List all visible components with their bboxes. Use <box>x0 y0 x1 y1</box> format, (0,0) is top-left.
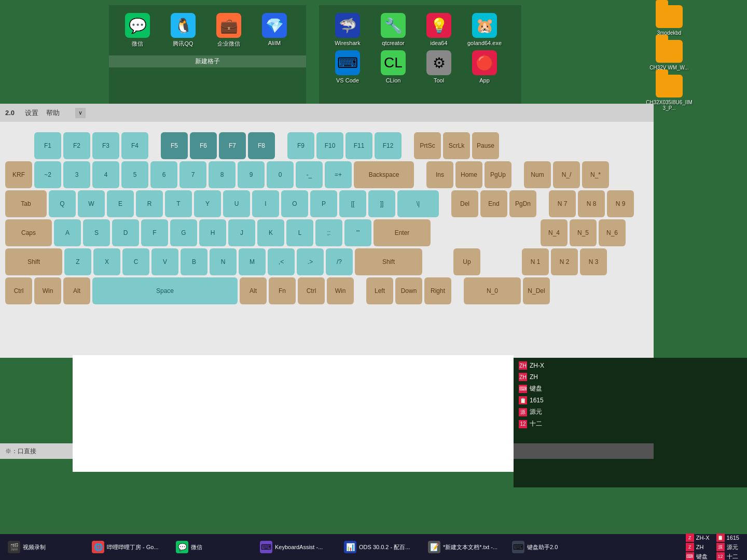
key-j[interactable]: J <box>228 219 255 246</box>
desktop-icon-qq[interactable]: 🐧 腾讯QQ <box>162 13 204 48</box>
key-backslash[interactable]: \| <box>397 190 439 217</box>
key-krf[interactable]: KRF <box>5 161 32 188</box>
desktop-icon-wireshark[interactable]: 🦈 Wireshark <box>327 13 368 46</box>
key-alt-left[interactable]: Alt <box>63 277 90 304</box>
key-down[interactable]: Down <box>395 277 422 304</box>
key-f6[interactable]: F6 <box>190 132 217 159</box>
key-f5[interactable]: F5 <box>161 132 188 159</box>
key-ins[interactable]: Ins <box>426 161 453 188</box>
key-period[interactable]: .> <box>297 248 324 275</box>
key-4[interactable]: 4 <box>92 161 119 188</box>
key-d[interactable]: D <box>112 219 139 246</box>
key-8[interactable]: 8 <box>209 161 236 188</box>
key-r[interactable]: R <box>136 190 163 217</box>
key-t[interactable]: T <box>165 190 192 217</box>
key-f1[interactable]: F1 <box>34 132 61 159</box>
key-z[interactable]: Z <box>64 248 91 275</box>
taskbar-keyboard-assist[interactable]: ⌨ KeyboardAssist -... <box>255 537 338 557</box>
tray-item-zh[interactable]: Z ZH <box>686 543 710 551</box>
key-f12[interactable]: F12 <box>375 132 402 159</box>
key-tab[interactable]: Tab <box>5 190 47 217</box>
key-prtsc[interactable]: PrtSc <box>414 132 441 159</box>
desktop-icon-qtcreator[interactable]: 🔧 qtcreator <box>372 13 414 46</box>
taskbar-keyboard-helper[interactable]: ⌨ 键盘助手2.0 <box>507 537 590 557</box>
taskbar-notepad[interactable]: 📝 *新建文本文档*.txt -... <box>423 537 506 557</box>
key-n3[interactable]: N 3 <box>580 248 607 275</box>
tray-item-keyboard[interactable]: ⌨ 键盘 <box>686 552 710 560</box>
key-space[interactable]: Space <box>92 277 238 304</box>
menu-settings[interactable]: 设置 <box>25 108 38 118</box>
key-w[interactable]: W <box>78 190 105 217</box>
list-item-zh[interactable]: ZH ZH <box>516 372 744 382</box>
key-o[interactable]: O <box>281 190 308 217</box>
key-f10[interactable]: F10 <box>316 132 343 159</box>
desktop-icon-tool1[interactable]: ⚙ Tool <box>418 50 460 83</box>
key-n8[interactable]: N 8 <box>578 190 605 217</box>
key-n1[interactable]: N 1 <box>522 248 549 275</box>
list-item-1615[interactable]: 📋 1615 <box>516 395 744 405</box>
list-item-zhx[interactable]: ZH ZH-X <box>516 360 744 371</box>
key-n[interactable]: N <box>210 248 237 275</box>
key-pause[interactable]: Pause <box>472 132 499 159</box>
key-semicolon[interactable]: ;: <box>315 219 342 246</box>
key-backspace[interactable]: Backspace <box>354 161 414 188</box>
key-enter[interactable]: Enter <box>374 219 431 246</box>
key-fn[interactable]: Fn <box>269 277 296 304</box>
key-n0[interactable]: N_0 <box>464 277 521 304</box>
key-v[interactable]: V <box>151 248 178 275</box>
key-l[interactable]: L <box>286 219 313 246</box>
key-caps[interactable]: Caps <box>5 219 52 246</box>
key-comma[interactable]: ,< <box>268 248 295 275</box>
key-win-right[interactable]: Win <box>327 277 354 304</box>
key-n-star[interactable]: N_* <box>582 161 609 188</box>
desktop-icon-tool2[interactable]: 🔴 App <box>464 50 505 83</box>
taskbar-video-rec[interactable]: 🎬 视频录制 <box>3 537 86 557</box>
key-f7[interactable]: F7 <box>219 132 246 159</box>
key-n4[interactable]: N_4 <box>541 219 568 246</box>
key-right[interactable]: Right <box>424 277 451 304</box>
key-f4[interactable]: F4 <box>121 132 148 159</box>
key-f9[interactable]: F9 <box>287 132 314 159</box>
desktop-icon-clion[interactable]: CL CLion <box>372 50 414 83</box>
key-u[interactable]: U <box>223 190 250 217</box>
key-scrlk[interactable]: ScrLk <box>443 132 470 159</box>
key-f[interactable]: F <box>141 219 168 246</box>
tray-item-zhx[interactable]: Z ZH-X <box>686 534 710 542</box>
key-q[interactable]: Q <box>49 190 76 217</box>
dropdown-arrow[interactable]: v <box>75 108 86 118</box>
key-slash[interactable]: /? <box>326 248 353 275</box>
key-i[interactable]: I <box>252 190 279 217</box>
key-pgup[interactable]: PgUp <box>485 161 511 188</box>
key-n2[interactable]: N 2 <box>551 248 578 275</box>
key-h[interactable]: H <box>199 219 226 246</box>
desktop-icon-idea64[interactable]: 💡 idea64 <box>418 13 460 46</box>
key-n9[interactable]: N 9 <box>607 190 634 217</box>
key-3[interactable]: 3 <box>63 161 90 188</box>
key-ctrl-left[interactable]: Ctrl <box>5 277 32 304</box>
tray-item-yuan[interactable]: 源 源元 <box>716 543 739 551</box>
key-home[interactable]: Home <box>455 161 482 188</box>
key-left[interactable]: Left <box>366 277 393 304</box>
desktop-icon-corp[interactable]: 💼 企业微信 <box>208 13 250 48</box>
key-p[interactable]: P <box>310 190 337 217</box>
taskbar-browser[interactable]: 🌐 哔哩哔哩丁房 - Go... <box>87 537 170 557</box>
list-item-twelve[interactable]: 12 十二 <box>516 418 744 429</box>
key-lbracket[interactable]: [[ <box>339 190 366 217</box>
key-7[interactable]: 7 <box>179 161 206 188</box>
key-f3[interactable]: F3 <box>92 132 119 159</box>
key-6[interactable]: 6 <box>150 161 177 188</box>
key-shift-left[interactable]: Shift <box>5 248 62 275</box>
key-9[interactable]: 9 <box>238 161 265 188</box>
key-y[interactable]: Y <box>194 190 221 217</box>
key-5[interactable]: 5 <box>121 161 148 188</box>
key-g[interactable]: G <box>170 219 197 246</box>
key-c[interactable]: C <box>122 248 149 275</box>
key-alt-right[interactable]: Alt <box>240 277 267 304</box>
key-s[interactable]: S <box>83 219 110 246</box>
taskbar-ods[interactable]: 📊 ODS 30.0.2 - 配百... <box>339 537 422 557</box>
taskbar-wechat[interactable]: 💬 微信 <box>171 537 254 557</box>
key-n-slash[interactable]: N_/ <box>553 161 580 188</box>
desktop-icon-alim[interactable]: 💎 AliIM <box>254 13 295 48</box>
key-e[interactable]: E <box>107 190 134 217</box>
key-x[interactable]: X <box>93 248 120 275</box>
